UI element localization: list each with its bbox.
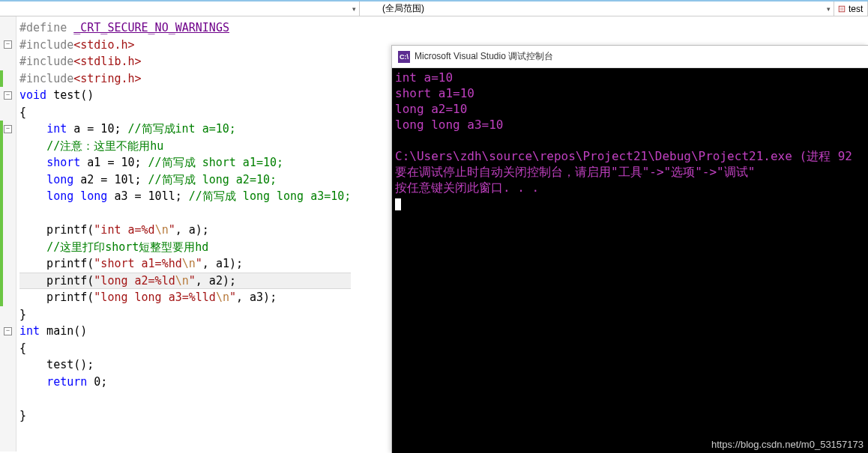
fold-toggle[interactable]: − [4, 327, 12, 335]
gutter-line: − [0, 121, 16, 138]
code-line[interactable] [19, 390, 351, 407]
console-cursor [395, 195, 865, 211]
code-line[interactable]: #include<string.h> [19, 70, 351, 88]
code-line[interactable]: //这里打印short短整型要用hd [19, 239, 351, 256]
gutter-line [0, 239, 16, 256]
member-label: test [849, 4, 863, 14]
console-output: int a=10short a1=10long a2=10long long a… [392, 68, 868, 213]
gutter-line [0, 255, 16, 273]
console-line [395, 133, 865, 148]
scope-combo-center[interactable]: (全局范围) ▾ [360, 1, 834, 16]
code-line[interactable]: test(); [19, 356, 351, 374]
code-line[interactable] [19, 205, 351, 222]
gutter-line [0, 138, 16, 155]
fold-toggle[interactable]: − [4, 91, 12, 100]
gutter-line [0, 171, 16, 189]
change-bar [0, 205, 3, 222]
console-line: long a2=10 [395, 101, 865, 117]
change-bar [0, 154, 3, 171]
gutter-line [0, 70, 16, 88]
scope-combo-right[interactable]: test [834, 1, 868, 16]
scope-combo-left[interactable]: ▾ [0, 1, 360, 16]
change-bar [0, 70, 3, 88]
gutter-line [0, 306, 16, 323]
chevron-down-icon: ▾ [352, 5, 356, 13]
code-line[interactable]: printf("long long a3=%lld\n", a3); [19, 289, 351, 306]
code-line[interactable]: #include<stdio.h> [19, 37, 351, 54]
svg-rect-1 [840, 7, 844, 10]
change-bar [0, 289, 3, 306]
code-line[interactable]: int a = 10; //简写成int a=10; [19, 121, 351, 138]
gutter-line [0, 154, 16, 171]
change-bar [0, 273, 3, 290]
code-line[interactable]: printf("long a2=%ld\n", a2); [19, 273, 351, 290]
vs-console-icon: C:\ [398, 51, 410, 63]
console-titlebar[interactable]: C:\ Microsoft Visual Studio 调试控制台 [392, 46, 868, 68]
gutter-line: − [0, 37, 16, 54]
scope-label: (全局范围) [382, 2, 424, 15]
change-bar [0, 138, 3, 155]
gutter-line: − [0, 87, 16, 104]
gutter-line [0, 374, 16, 391]
change-bar [0, 171, 3, 189]
console-line: C:\Users\zdh\source\repos\Project21\Debu… [395, 148, 865, 164]
gutter-line [0, 407, 16, 425]
code-line[interactable]: printf("int a=%d\n", a); [19, 222, 351, 239]
gutter: −−−− [0, 16, 16, 452]
change-bar [0, 188, 3, 205]
console-line: long long a3=10 [395, 117, 865, 133]
change-bar [0, 222, 3, 239]
code-line[interactable]: } [19, 407, 351, 425]
gutter-line [0, 53, 16, 70]
gutter-line [0, 19, 16, 37]
gutter-line [0, 390, 16, 407]
gutter-line [0, 273, 16, 290]
gutter-line [0, 289, 16, 306]
code-line[interactable]: void test() [19, 87, 351, 104]
code-line[interactable]: printf("short a1=%hd\n", a1); [19, 255, 351, 273]
console-line: 按任意键关闭此窗口. . . [395, 180, 865, 195]
method-icon [837, 4, 846, 13]
code-line[interactable]: //注意：这里不能用hu [19, 138, 351, 155]
code-line[interactable]: #include<stdlib.h> [19, 53, 351, 70]
code-line[interactable]: { [19, 104, 351, 121]
change-bar [0, 255, 3, 273]
fold-toggle[interactable]: − [4, 125, 12, 133]
code-line[interactable]: int main() [19, 323, 351, 340]
console-window: C:\ Microsoft Visual Studio 调试控制台 int a=… [391, 45, 868, 453]
gutter-line [0, 356, 16, 374]
change-bar [0, 239, 3, 256]
code-line[interactable]: return 0; [19, 374, 351, 391]
change-bar [0, 121, 3, 138]
gutter-line [0, 104, 16, 121]
fold-toggle[interactable]: − [4, 40, 12, 49]
navigation-bar: ▾ (全局范围) ▾ test [0, 0, 868, 16]
code-line[interactable]: long long a3 = 10ll; //简写成 long long a3=… [19, 188, 351, 205]
gutter-line [0, 340, 16, 357]
console-line: int a=10 [395, 70, 865, 85]
code-line[interactable]: #define _CRT_SECURE_NO_WARNINGS [19, 19, 351, 37]
code-line[interactable]: { [19, 340, 351, 357]
chevron-down-icon: ▾ [827, 5, 831, 13]
watermark: https://blog.csdn.net/m0_53157173 [711, 439, 864, 450]
console-title: Microsoft Visual Studio 调试控制台 [415, 50, 553, 63]
code-line[interactable]: } [19, 306, 351, 323]
console-line: short a1=10 [395, 85, 865, 101]
gutter-line [0, 205, 16, 222]
console-line: 要在调试停止时自动关闭控制台，请启用"工具"->"选项"->"调试" [395, 164, 865, 180]
gutter-line [0, 222, 16, 239]
gutter-line [0, 188, 16, 205]
gutter-line: − [0, 323, 16, 340]
code-content[interactable]: #define _CRT_SECURE_NO_WARNINGS#include<… [16, 16, 351, 452]
code-line[interactable]: short a1 = 10; //简写成 short a1=10; [19, 154, 351, 171]
code-line[interactable]: long a2 = 10l; //简写成 long a2=10; [19, 171, 351, 189]
